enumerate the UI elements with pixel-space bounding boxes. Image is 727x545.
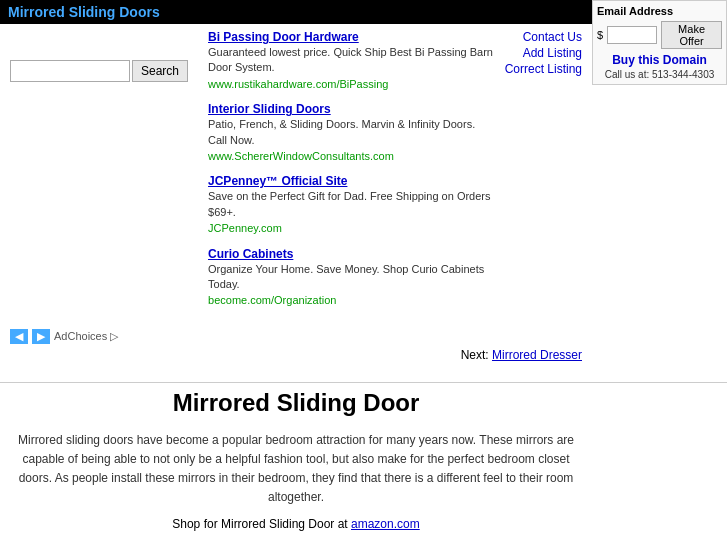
shop-prefix: Shop for Mirrored Sliding Door at <box>172 517 351 531</box>
right-links: Contact UsAdd ListingCorrect Listing <box>505 30 582 315</box>
adchoices-row: ◀ ▶ AdChoices ▷ <box>10 329 582 344</box>
dollar-sign: $ <box>597 29 603 41</box>
ad-link[interactable]: Interior Sliding Doors <box>208 102 331 116</box>
next-arrow[interactable]: ▶ <box>32 329 50 344</box>
ad-link[interactable]: JCPenney™ Official Site <box>208 174 347 188</box>
ads-section: Search Bi Passing Door HardwareGuarantee… <box>10 30 582 319</box>
ad-url: www.rustikahardware.com/BiPassing <box>208 77 495 92</box>
ad-description: Organize Your Home. Save Money. Shop Cur… <box>208 262 495 293</box>
next-prefix: Next: <box>461 348 492 362</box>
prev-arrow[interactable]: ◀ <box>10 329 28 344</box>
next-line: Next: Mirrored Dresser <box>10 348 582 362</box>
search-box-area: Search <box>10 60 188 319</box>
right-panel: Email Address $ Make Offer Buy this Doma… <box>592 0 727 85</box>
next-link[interactable]: Mirrored Dresser <box>492 348 582 362</box>
call-us-text: Call us at: 513-344-4303 <box>597 69 722 80</box>
buy-domain-link[interactable]: Buy this Domain <box>597 53 722 67</box>
adchoices-text: AdChoices ▷ <box>54 330 118 343</box>
ad-item: JCPenney™ Official SiteSave on the Perfe… <box>208 174 495 236</box>
ad-url: become.com/Organization <box>208 293 495 308</box>
ad-url: www.SchererWindowConsultants.com <box>208 149 495 164</box>
ad-item: Curio CabinetsOrganize Your Home. Save M… <box>208 247 495 309</box>
right-link[interactable]: Correct Listing <box>505 62 582 76</box>
ad-description: Patio, French, & Sliding Doors. Marvin &… <box>208 117 495 148</box>
ad-link[interactable]: Curio Cabinets <box>208 247 293 261</box>
shop-line: Shop for Mirrored Sliding Door at amazon… <box>10 517 582 531</box>
make-offer-button[interactable]: Make Offer <box>661 21 722 49</box>
amazon-link[interactable]: amazon.com <box>351 517 420 531</box>
email-label: Email Address <box>597 5 722 17</box>
page-title: Mirrored Sliding Doors <box>8 4 160 20</box>
search-button[interactable]: Search <box>132 60 188 82</box>
ad-link[interactable]: Bi Passing Door Hardware <box>208 30 359 44</box>
ad-url: JCPenney.com <box>208 221 495 236</box>
price-input[interactable] <box>607 26 657 44</box>
right-link[interactable]: Add Listing <box>505 46 582 60</box>
ad-description: Guaranteed lowest price. Quick Ship Best… <box>208 45 495 76</box>
content-area: Search Bi Passing Door HardwareGuarantee… <box>0 24 592 376</box>
ad-listings: Bi Passing Door HardwareGuaranteed lowes… <box>208 30 495 319</box>
article-intro: Mirrored sliding doors have become a pop… <box>10 431 582 508</box>
ad-description: Save on the Perfect Gift for Dad. Free S… <box>208 189 495 220</box>
article-section: Mirrored Sliding Door Mirrored sliding d… <box>0 389 592 545</box>
article-title: Mirrored Sliding Door <box>10 389 582 417</box>
ad-item: Interior Sliding DoorsPatio, French, & S… <box>208 102 495 164</box>
right-link[interactable]: Contact Us <box>505 30 582 44</box>
search-input[interactable] <box>10 60 130 82</box>
ad-item: Bi Passing Door HardwareGuaranteed lowes… <box>208 30 495 92</box>
